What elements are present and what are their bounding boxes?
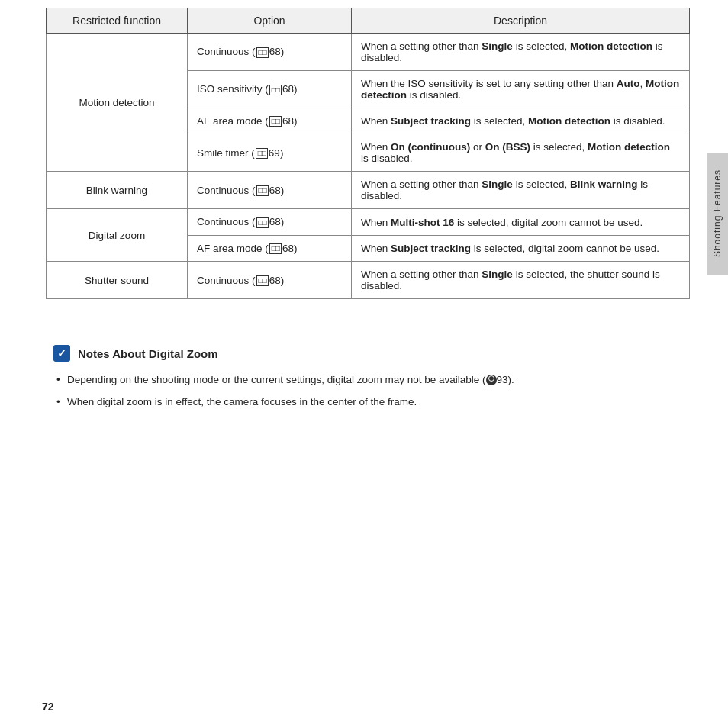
header-option: Option xyxy=(188,8,352,34)
header-description: Description xyxy=(352,8,690,34)
notes-item-1: Depending on the shooting mode or the cu… xyxy=(53,369,682,391)
sidebar-tab-label: Shooting Features xyxy=(712,169,723,257)
notes-header: Notes About Digital Zoom xyxy=(53,345,682,362)
notes-icon xyxy=(53,345,70,362)
main-content: Restricted function Option Description M… xyxy=(0,8,728,436)
page-number: 72 xyxy=(42,701,54,713)
notes-item-2: When digital zoom is in effect, the came… xyxy=(53,391,682,413)
sidebar-tab: Shooting Features xyxy=(707,153,728,275)
notes-list: Depending on the shooting mode or the cu… xyxy=(53,369,682,413)
notes-section: Notes About Digital Zoom Depending on th… xyxy=(46,345,690,413)
notes-title: Notes About Digital Zoom xyxy=(78,347,218,360)
restrictions-table: Restricted function Option Description M… xyxy=(46,8,690,299)
header-restricted: Restricted function xyxy=(47,8,188,34)
